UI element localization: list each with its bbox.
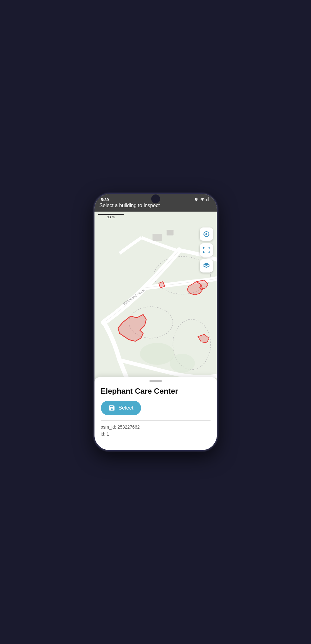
svg-point-15 bbox=[205, 233, 207, 235]
save-icon bbox=[108, 404, 115, 411]
phone-screen: 5:39 Select a building to inspect bbox=[94, 194, 217, 450]
osm-id: osm_id: 253227662 bbox=[101, 424, 211, 430]
signal-icon bbox=[206, 197, 211, 202]
divider bbox=[101, 420, 211, 421]
layers-icon bbox=[203, 262, 210, 270]
status-time: 5:39 bbox=[101, 197, 109, 202]
map-area[interactable]: 93 m bbox=[94, 212, 217, 392]
scale-line bbox=[98, 214, 124, 215]
location-icon bbox=[194, 197, 198, 202]
notch bbox=[151, 194, 160, 203]
select-button[interactable]: Select bbox=[101, 401, 141, 415]
frame-button[interactable] bbox=[200, 243, 213, 257]
building-id: id: 1 bbox=[101, 431, 211, 437]
svg-rect-5 bbox=[166, 230, 173, 235]
svg-rect-4 bbox=[152, 234, 162, 241]
locate-button[interactable] bbox=[200, 227, 213, 241]
drag-handle[interactable] bbox=[149, 380, 162, 382]
svg-point-13 bbox=[170, 354, 195, 372]
crosshair-icon bbox=[203, 230, 210, 238]
map-svg: Richmond Street bbox=[94, 212, 217, 392]
svg-point-12 bbox=[140, 343, 174, 365]
map-controls bbox=[200, 227, 213, 273]
building-name: Elephant Care Center bbox=[101, 387, 211, 396]
status-icons bbox=[194, 197, 211, 202]
frame-icon bbox=[203, 246, 210, 254]
scale-label: 93 m bbox=[107, 215, 114, 219]
scale-bar: 93 m bbox=[98, 214, 124, 219]
layers-button[interactable] bbox=[200, 259, 213, 273]
bottom-panel: Elephant Care Center Select osm_id: 2532… bbox=[94, 377, 217, 450]
select-label: Select bbox=[119, 405, 133, 411]
phone-frame: 5:39 Select a building to inspect bbox=[94, 193, 217, 451]
header-title: Select a building to inspect bbox=[100, 203, 160, 208]
wifi-icon bbox=[200, 197, 205, 202]
